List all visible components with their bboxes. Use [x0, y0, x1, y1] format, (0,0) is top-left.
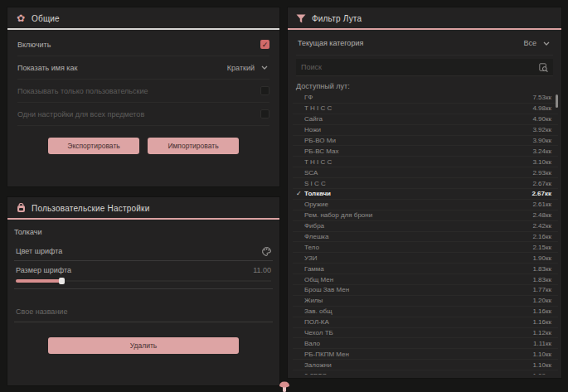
- loot-item-value: 2.16кк: [532, 233, 551, 240]
- loot-list-item[interactable]: Фибра 2.42кк: [293, 221, 558, 232]
- filter-panel-header: Фильтр Лута: [288, 7, 561, 28]
- loot-item-value: 2.15кк: [532, 244, 551, 251]
- loot-item-name: Ножи: [304, 126, 526, 133]
- loot-list-item[interactable]: Оружие 2.61кк: [293, 200, 558, 211]
- custom-name-field: [14, 298, 273, 322]
- loot-item-name: Рем. набор для брони: [304, 211, 526, 219]
- loot-list-item[interactable]: Т Н І С С 3.10кк: [293, 157, 558, 167]
- loot-list-item[interactable]: ПОЛ-КА 1.16кк: [293, 317, 558, 328]
- category-label: Текущая категория: [298, 39, 363, 47]
- chevron-down-icon: [541, 38, 551, 48]
- loot-item-name: Оружие: [304, 201, 526, 208]
- loot-list-item[interactable]: Тело 2.15кк: [293, 242, 558, 253]
- same-for-all-checkbox[interactable]: [260, 109, 269, 119]
- loot-list-item[interactable]: РБ-ВО Ми 3.90кк: [293, 136, 558, 147]
- loot-list-item[interactable]: Зав. общ 1.16кк: [293, 307, 558, 317]
- loot-item-value: 1.90кк: [532, 254, 551, 262]
- loot-list-item[interactable]: Чехол ТБ 1.12кк: [293, 328, 558, 339]
- loot-item-value: 1.16кк: [532, 307, 551, 315]
- search-icon[interactable]: [538, 62, 548, 72]
- loot-item-name: Фибра: [304, 222, 526, 230]
- loot-item-value: 1.77кк: [532, 286, 551, 293]
- loot-item-value: 1.12кк: [532, 329, 551, 336]
- loot-item-name: 0.2BTC: [304, 372, 526, 375]
- loot-item-name: ГФ: [304, 94, 526, 101]
- loot-item-name: РБ-ВС Мах: [304, 148, 526, 155]
- category-row: Текущая категория Все: [296, 31, 553, 56]
- loot-list-item[interactable]: SCA 2.93кк: [293, 167, 558, 178]
- check-icon: ✓: [296, 190, 304, 197]
- chevron-down-icon: [260, 63, 269, 73]
- custom-only-checkbox[interactable]: [260, 86, 269, 95]
- loot-list-item[interactable]: Заложни 1.10кк: [293, 360, 558, 370]
- delete-button[interactable]: Удалить: [48, 337, 239, 354]
- custom-name-input[interactable]: [16, 307, 271, 316]
- filter-panel-title: Фильтр Лута: [312, 14, 362, 23]
- loot-item-name: Тело: [304, 244, 526, 251]
- search-input[interactable]: [301, 63, 538, 71]
- loot-list-item[interactable]: Флешка 2.16кк: [293, 232, 558, 243]
- font-size-label: Размер шрифта: [16, 266, 71, 274]
- loot-item-value: 1.20кк: [532, 297, 551, 304]
- loot-item-value: 3.92кк: [532, 126, 551, 133]
- palette-icon[interactable]: [261, 246, 271, 256]
- loot-item-name: Сайга: [304, 115, 526, 123]
- font-size-value: 11.00: [253, 266, 271, 274]
- loot-item-value: 1.11кк: [533, 340, 551, 347]
- loot-item-name: Жилы: [304, 297, 526, 304]
- enable-label: Включить: [17, 41, 51, 49]
- general-settings-panel: ✿ Общие Включить ✓ Показать имя как Крат…: [7, 7, 280, 187]
- import-button[interactable]: Импортировать: [148, 138, 239, 154]
- loot-item-name: Общ Мен: [304, 276, 526, 283]
- custom-panel-header: Пользовательские Настройки: [7, 197, 279, 218]
- font-size-field: Размер шрифта 11.00: [14, 261, 273, 289]
- loot-item-name: РБ-ПКПМ Мен: [304, 351, 526, 358]
- loot-list-item[interactable]: Брош Зав Мен 1.77кк: [293, 285, 558, 296]
- loot-list-item[interactable]: Т Н І С С 4.98кк: [293, 104, 558, 114]
- loot-item-name: Брош Зав Мен: [304, 286, 526, 293]
- loot-item-value: 1.83кк: [532, 276, 551, 283]
- loot-item-name: Зав. общ: [304, 307, 526, 315]
- name-mode-dropdown[interactable]: Краткий: [227, 63, 269, 73]
- loot-list-item[interactable]: Гамма 1.83кк: [293, 264, 558, 274]
- font-size-slider[interactable]: [16, 278, 271, 284]
- loot-item-value: 2.48кк: [532, 211, 551, 219]
- filter-header-divider: [288, 28, 561, 30]
- loot-list-item[interactable]: ✓ Толкачи 2.67кк: [293, 189, 558, 200]
- enable-checkbox[interactable]: ✓: [260, 40, 269, 49]
- loot-list-item[interactable]: Сайга 4.90кк: [293, 114, 558, 125]
- export-button[interactable]: Экспортировать: [48, 138, 139, 154]
- general-panel-header: ✿ Общие: [7, 7, 279, 28]
- funnel-icon: [296, 13, 306, 23]
- loot-list-item[interactable]: Вало 1.11кк: [293, 338, 558, 349]
- loot-list-item[interactable]: РБ-ВС Мах 3.24кк: [293, 146, 558, 157]
- loot-item-value: 3.24кк: [532, 148, 551, 155]
- loot-list-item[interactable]: S І С С 2.67кк: [293, 178, 558, 189]
- loot-item-value: 4.90кк: [532, 115, 551, 123]
- loot-list-item[interactable]: 0.2BTC 1.09кк: [293, 370, 558, 375]
- loot-item-name: Флешка: [304, 233, 526, 240]
- loot-item-value: 2.42кк: [532, 222, 551, 230]
- loot-list-item[interactable]: Жилы 1.20кк: [293, 296, 558, 307]
- loot-item-name: Гамма: [304, 265, 526, 273]
- loot-list-item[interactable]: Общ Мен 1.83кк: [293, 274, 558, 285]
- loot-item-value: 1.10кк: [532, 351, 551, 358]
- setting-row-name-mode: Показать имя как Краткий: [17, 56, 269, 80]
- loot-list-item[interactable]: ГФ 7.53кк: [293, 93, 558, 104]
- scrollbar-thumb[interactable]: [556, 94, 558, 108]
- loot-item-value: 1.09кк: [532, 372, 551, 375]
- loot-item-value: 1.83кк: [532, 265, 551, 273]
- name-mode-value: Краткий: [227, 64, 255, 72]
- loot-item-value: 2.93кк: [532, 169, 551, 177]
- loot-list-item[interactable]: Ножи 3.92кк: [293, 125, 558, 136]
- setting-row-custom-only: Показывать только пользовательские: [17, 80, 269, 103]
- loot-list-item[interactable]: РБ-ПКПМ Мен 1.10кк: [293, 349, 558, 360]
- loot-list-item[interactable]: УЗИ 1.90кк: [293, 253, 558, 264]
- loot-item-name: Заложни: [304, 361, 526, 369]
- slider-handle[interactable]: [59, 278, 65, 284]
- mushroom-logo-icon: [279, 380, 290, 392]
- loot-list-item[interactable]: Рем. набор для брони 2.48кк: [293, 211, 558, 221]
- loot-item-name: Вало: [304, 340, 527, 347]
- loot-item-value: 2.67кк: [532, 190, 551, 197]
- category-dropdown[interactable]: Все: [523, 38, 551, 48]
